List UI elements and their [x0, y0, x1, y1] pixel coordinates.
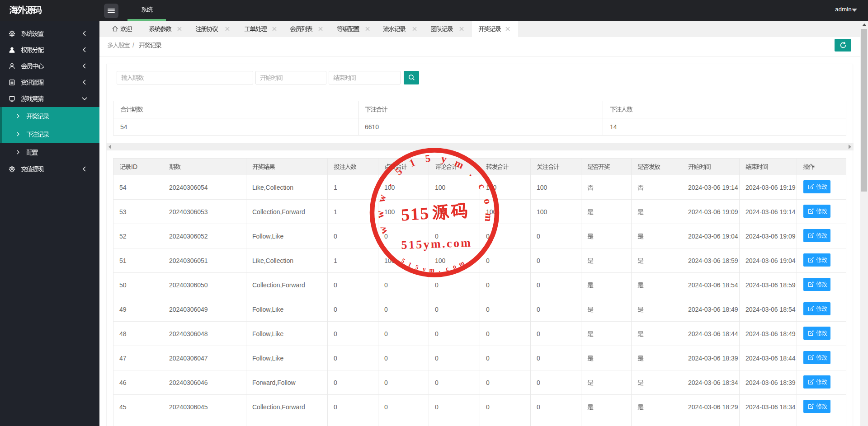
svg-text:5: 5	[425, 153, 431, 164]
svg-text:y: y	[422, 266, 427, 273]
svg-text:5: 5	[393, 165, 404, 177]
svg-text:c: c	[445, 265, 449, 272]
svg-text:w: w	[376, 225, 389, 235]
svg-text:c: c	[476, 182, 488, 191]
svg-text:m: m	[429, 267, 435, 274]
svg-text:1: 1	[407, 261, 413, 268]
svg-text:.: .	[383, 180, 394, 188]
svg-text:w: w	[374, 211, 386, 219]
svg-text:.: .	[439, 267, 441, 273]
svg-text:o: o	[481, 197, 494, 205]
svg-text:515ym.com: 515ym.com	[401, 236, 472, 252]
svg-text:5: 5	[414, 264, 419, 271]
svg-text:5: 5	[400, 257, 406, 264]
svg-text:1: 1	[408, 157, 417, 169]
svg-text:.: .	[467, 169, 477, 178]
svg-text:m: m	[483, 212, 495, 222]
svg-text:w: w	[375, 193, 388, 204]
svg-text:y: y	[440, 153, 448, 165]
svg-text:o: o	[452, 263, 457, 270]
svg-text:515: 515	[401, 203, 430, 224]
